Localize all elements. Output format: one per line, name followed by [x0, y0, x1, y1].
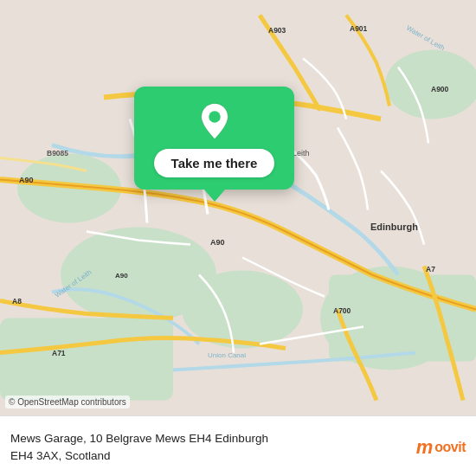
copyright-notice: © OpenStreetMap contributors	[5, 396, 130, 408]
map-area: B9085 A90 A90 A90 A902 A903 A901 A900 A8…	[0, 0, 476, 415]
take-me-there-button[interactable]: Take me there	[154, 149, 275, 177]
svg-text:A900: A900	[431, 85, 449, 93]
svg-text:Leith: Leith	[293, 149, 310, 158]
svg-point-2	[182, 271, 303, 349]
address-block: Mews Garage, 10 Belgrave Mews EH4 Edinbu…	[10, 430, 408, 465]
svg-text:A8: A8	[12, 297, 22, 306]
svg-text:A700: A700	[333, 306, 351, 315]
moovit-logo-m: m	[416, 436, 433, 459]
popup-card[interactable]: Take me there	[134, 87, 294, 190]
svg-point-25	[209, 111, 221, 123]
svg-text:Union Canal: Union Canal	[208, 351, 246, 359]
svg-rect-5	[0, 318, 173, 401]
svg-text:A90: A90	[19, 176, 34, 184]
moovit-logo: m oovit	[416, 436, 466, 459]
svg-text:B9085: B9085	[47, 149, 68, 158]
svg-text:A71: A71	[52, 349, 66, 357]
address-line1: Mews Garage, 10 Belgrave Mews EH4 Edinbu…	[10, 432, 268, 445]
svg-text:A90: A90	[210, 238, 225, 247]
svg-text:A901: A901	[350, 24, 368, 33]
moovit-logo-text: oovit	[434, 440, 466, 455]
address-line2: EH4 3AX, Scotland	[10, 449, 111, 462]
location-pin-icon	[196, 102, 234, 140]
map-background: B9085 A90 A90 A90 A902 A903 A901 A900 A8…	[0, 0, 476, 415]
app-container: B9085 A90 A90 A90 A902 A903 A901 A900 A8…	[0, 0, 476, 476]
map-svg: B9085 A90 A90 A90 A902 A903 A901 A900 A8…	[0, 0, 476, 415]
svg-text:A7: A7	[426, 265, 435, 273]
svg-text:A903: A903	[268, 26, 286, 35]
svg-text:A90: A90	[115, 272, 128, 280]
info-bar: Mews Garage, 10 Belgrave Mews EH4 Edinbu…	[0, 415, 476, 476]
svg-text:Edinburgh: Edinburgh	[370, 222, 418, 232]
